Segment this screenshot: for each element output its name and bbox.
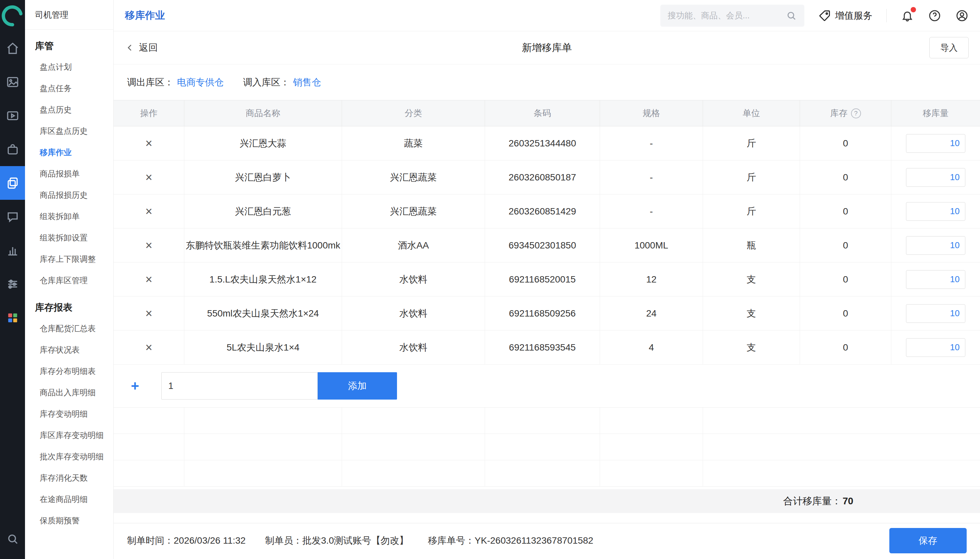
home-icon[interactable] xyxy=(0,31,25,65)
category-cell: 蔬菜 xyxy=(342,126,485,160)
search-icon xyxy=(786,10,797,22)
help-icon[interactable] xyxy=(928,9,941,22)
sidebar-item-仓库配货汇总表[interactable]: 仓库配货汇总表 xyxy=(25,318,113,339)
app-logo[interactable] xyxy=(0,0,25,31)
save-button[interactable]: 保存 xyxy=(889,528,967,553)
operation-cell: × xyxy=(114,126,184,160)
barcode-cell: 6934502301850 xyxy=(485,228,600,262)
media-icon[interactable] xyxy=(0,99,25,132)
sidebar-item-在途商品明细[interactable]: 在途商品明细 xyxy=(25,489,113,510)
account-avatar-icon[interactable] xyxy=(955,9,968,22)
transfer-qty-input[interactable] xyxy=(906,304,965,323)
transfer-qty-input[interactable] xyxy=(906,236,965,255)
sidebar-item-库区盘点历史[interactable]: 库区盘点历史 xyxy=(25,121,113,142)
sidebar-item-盘点历史[interactable]: 盘点历史 xyxy=(25,99,113,121)
delete-row-icon[interactable]: × xyxy=(145,172,152,184)
delete-row-icon[interactable]: × xyxy=(145,137,152,149)
operation-cell: × xyxy=(114,194,184,228)
qty-cell xyxy=(891,194,980,228)
briefcase-icon[interactable] xyxy=(0,132,25,166)
transfer-qty-input[interactable] xyxy=(906,202,965,221)
notification-bell-icon[interactable] xyxy=(901,9,914,22)
product-name-cell: 兴汇恩白萝卜 xyxy=(184,160,342,194)
out-area-value[interactable]: 电商专供仓 xyxy=(177,76,224,89)
column-header-2: 分类 xyxy=(342,100,485,126)
table-row: ×1.5.L农夫山泉天然水1×12水饮料692116852001512支0 xyxy=(114,263,980,296)
transfer-qty-input[interactable] xyxy=(906,168,965,187)
category-cell: 水饮料 xyxy=(342,296,485,330)
add-product-input[interactable] xyxy=(161,372,318,400)
stock-cell: 0 xyxy=(800,263,891,296)
documents-icon[interactable] xyxy=(0,166,25,200)
empty-cell xyxy=(114,460,184,486)
sidebar-item-盘点任务[interactable]: 盘点任务 xyxy=(25,78,113,99)
created-time: 制单时间：2026/03/26 11:32 xyxy=(127,534,246,547)
column-header-0: 操作 xyxy=(114,100,184,126)
transfer-qty-input[interactable] xyxy=(906,270,965,289)
sidebar-item-仓库库区管理[interactable]: 仓库库区管理 xyxy=(25,270,113,291)
transfer-qty-input[interactable] xyxy=(906,338,965,357)
bar-chart-icon[interactable] xyxy=(0,233,25,267)
delete-row-icon[interactable]: × xyxy=(145,308,152,319)
apps-grid-icon[interactable] xyxy=(0,301,25,334)
empty-rows xyxy=(114,408,980,486)
barcode-cell: 2603260850187 xyxy=(485,160,600,194)
sidebar-item-库存变动明细[interactable]: 库存变动明细 xyxy=(25,403,113,425)
delete-row-icon[interactable]: × xyxy=(145,273,152,286)
qty-cell xyxy=(891,228,980,262)
sidebar-item-driver-management[interactable]: 司机管理 xyxy=(25,0,113,29)
sidebar-item-组装拆卸单[interactable]: 组装拆卸单 xyxy=(25,206,113,227)
back-button[interactable]: 返回 xyxy=(125,41,158,54)
in-area-value[interactable]: 销售仓 xyxy=(293,76,321,89)
sidebar-item-库存上下限调整[interactable]: 库存上下限调整 xyxy=(25,248,113,270)
sidebar-item-库存分布明细表[interactable]: 库存分布明细表 xyxy=(25,361,113,382)
sidebar-item-商品报损单[interactable]: 商品报损单 xyxy=(25,163,113,184)
order-maker: 制单员：批发3.0测试账号【勿改】 xyxy=(265,534,409,547)
plus-icon[interactable]: + xyxy=(129,379,141,393)
sidebar-item-组装拆卸设置[interactable]: 组装拆卸设置 xyxy=(25,227,113,248)
table-row: ×兴汇恩白元葱兴汇恩蔬菜2603260851429-斤0 xyxy=(114,194,980,228)
sidebar-item-盘点计划[interactable]: 盘点计划 xyxy=(25,56,113,78)
search-box[interactable] xyxy=(660,5,804,26)
empty-cell xyxy=(485,408,600,433)
value-added-services-button[interactable]: 增值服务 xyxy=(818,9,872,22)
sidebar-item-库区库存变动明细[interactable]: 库区库存变动明细 xyxy=(25,425,113,446)
delete-row-icon[interactable]: × xyxy=(145,205,152,217)
empty-table-row xyxy=(114,460,980,486)
product-name-cell: 东鹏特饮瓶装维生素功能饮料1000mk xyxy=(184,228,342,262)
stock-help-icon[interactable]: ? xyxy=(851,108,861,118)
import-button[interactable]: 导入 xyxy=(929,37,968,58)
sidebar-item-保质期预警[interactable]: 保质期预警 xyxy=(25,510,113,531)
top-header: 移库作业 增值服务 xyxy=(114,0,980,31)
zoom-search-icon[interactable] xyxy=(0,522,25,556)
search-input[interactable] xyxy=(668,11,786,20)
gallery-icon[interactable] xyxy=(0,65,25,99)
sidebar-item-批次库存变动明细[interactable]: 批次库存变动明细 xyxy=(25,446,113,467)
table-body: ×兴汇恩大蒜蔬菜2603251344480-斤0×兴汇恩白萝卜兴汇恩蔬菜2603… xyxy=(114,126,980,365)
category-cell: 酒水AA xyxy=(342,228,485,262)
sliders-icon[interactable] xyxy=(0,267,25,301)
transfer-qty-input[interactable] xyxy=(906,134,965,153)
header-divider xyxy=(886,9,887,22)
in-area-label: 调入库区： xyxy=(243,76,290,89)
bottom-bar: 制单时间：2026/03/26 11:32 制单员：批发3.0测试账号【勿改】 … xyxy=(114,523,980,558)
sidebar-item-移库作业[interactable]: 移库作业 xyxy=(25,142,113,163)
sidebar-item-商品报损历史[interactable]: 商品报损历史 xyxy=(25,184,113,206)
sidebar-item-商品出入库明细[interactable]: 商品出入库明细 xyxy=(25,382,113,403)
spec-cell: 4 xyxy=(600,331,703,364)
sidebar-item-库存状况表[interactable]: 库存状况表 xyxy=(25,339,113,361)
chat-icon[interactable] xyxy=(0,200,25,233)
icon-rail xyxy=(0,0,25,559)
operation-cell: × xyxy=(114,331,184,364)
table-row: ×兴汇恩大蒜蔬菜2603251344480-斤0 xyxy=(114,126,980,160)
operation-cell: × xyxy=(114,160,184,194)
unit-cell: 支 xyxy=(703,263,800,296)
delete-row-icon[interactable]: × xyxy=(145,342,152,354)
spec-cell: - xyxy=(600,126,703,160)
sidebar-item-库存消化天数[interactable]: 库存消化天数 xyxy=(25,467,113,489)
product-name-cell: 兴汇恩大蒜 xyxy=(184,126,342,160)
delete-row-icon[interactable]: × xyxy=(145,240,152,251)
page-title: 移库作业 xyxy=(125,9,165,22)
unit-cell: 支 xyxy=(703,296,800,330)
add-button[interactable]: 添加 xyxy=(318,372,397,400)
